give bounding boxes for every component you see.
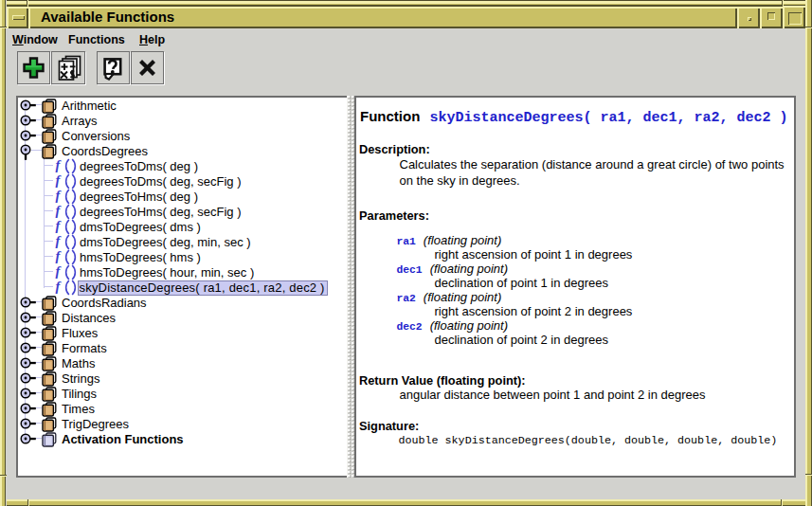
svg-text:f: f bbox=[56, 234, 63, 248]
svg-text:f: f bbox=[56, 249, 63, 263]
svg-text:f: f bbox=[56, 189, 63, 203]
svg-text:f: f bbox=[56, 173, 63, 188]
svg-text:f: f bbox=[56, 264, 63, 279]
svg-text:f: f bbox=[56, 280, 63, 294]
svg-text:f: f bbox=[56, 204, 63, 218]
svg-text:f: f bbox=[56, 219, 63, 233]
svg-text:f: f bbox=[56, 158, 63, 172]
